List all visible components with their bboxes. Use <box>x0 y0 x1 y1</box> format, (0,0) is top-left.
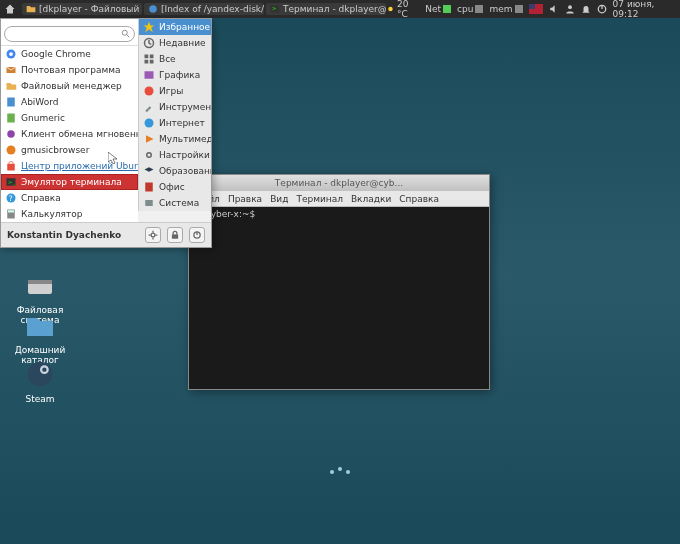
home-icon[interactable] <box>4 3 16 15</box>
lock-button[interactable] <box>167 227 183 243</box>
menu-item-folder[interactable]: Файловый менеджер <box>1 78 138 94</box>
notifications-icon[interactable] <box>581 4 591 14</box>
menu-item-label: Эмулятор терминала <box>21 177 122 187</box>
menu-search-row <box>1 19 138 46</box>
category-item-settings[interactable]: Настройки <box>139 147 211 163</box>
all-icon <box>143 53 155 65</box>
menu-user-label: Konstantin Dyachenko <box>7 230 121 240</box>
gfx-icon <box>143 69 155 81</box>
svg-marker-39 <box>146 135 154 143</box>
net-icon <box>443 5 451 13</box>
svg-point-9 <box>568 5 572 9</box>
menu-item-chat[interactable]: Клиент обмена мгновенными со... <box>1 126 138 142</box>
category-label: Интернет <box>159 118 205 128</box>
terminal-body[interactable]: r@cyber-x:~$ <box>189 207 489 389</box>
category-item-recent[interactable]: Недавние <box>139 35 211 51</box>
task-item[interactable]: [dkplayer - Файловый ме... <box>22 3 142 15</box>
svg-point-23 <box>7 146 16 155</box>
mem-icon <box>515 5 523 13</box>
menu-item-calc[interactable]: Калькулятор <box>1 206 138 222</box>
doc-icon <box>5 96 17 108</box>
category-item-games[interactable]: Игры <box>139 83 211 99</box>
net-icon <box>143 117 155 129</box>
taskbar: [dkplayer - Файловый ме... [Index of /ya… <box>4 3 386 15</box>
category-label: Настройки <box>159 150 210 160</box>
user-icon[interactable] <box>565 4 575 14</box>
menu-categories-column: ИзбранноеНедавниеВсеГрафикаИгрыИнструмен… <box>138 19 211 211</box>
category-item-gfx[interactable]: Графика <box>139 67 211 83</box>
svg-rect-24 <box>7 164 15 171</box>
volume-icon[interactable] <box>549 4 559 14</box>
net-indicator[interactable]: Net <box>425 4 451 14</box>
window-titlebar[interactable]: Терминал - dkplayer@cyb... <box>189 175 489 191</box>
svg-rect-42 <box>145 200 153 206</box>
svg-point-16 <box>42 367 46 371</box>
mail-icon <box>5 64 17 76</box>
category-item-star[interactable]: Избранное <box>139 19 211 35</box>
category-item-edu[interactable]: Образование <box>139 163 211 179</box>
cpu-indicator[interactable]: cpu <box>457 4 483 14</box>
category-item-net[interactable]: Интернет <box>139 115 211 131</box>
lock-icon <box>170 230 180 240</box>
svg-point-14 <box>28 362 53 387</box>
folder-icon <box>5 80 17 92</box>
category-label: Образование <box>159 166 211 176</box>
category-item-office[interactable]: Офис <box>139 179 211 195</box>
svg-rect-33 <box>150 55 154 59</box>
bag-icon <box>5 160 17 172</box>
category-item-all[interactable]: Все <box>139 51 211 67</box>
gear-icon <box>148 230 158 240</box>
menu-view[interactable]: Вид <box>270 194 288 204</box>
power-icon[interactable] <box>597 4 607 14</box>
settings-button[interactable] <box>145 227 161 243</box>
category-label: Все <box>159 54 176 64</box>
category-item-system[interactable]: Система <box>139 195 211 211</box>
menu-item-label: AbiWord <box>21 97 59 107</box>
terminal-window[interactable]: Терминал - dkplayer@cyb... Файл Правка В… <box>188 174 490 390</box>
svg-point-37 <box>145 87 154 96</box>
task-item[interactable]: > Терминал - dkplayer@cyb... <box>266 3 386 15</box>
category-label: Недавние <box>159 38 206 48</box>
search-input[interactable] <box>4 26 135 42</box>
menu-item-chrome[interactable]: Google Chrome <box>1 46 138 62</box>
desktop-icon-steam[interactable]: Steam <box>10 358 70 404</box>
music-icon <box>5 144 17 156</box>
menu-terminal[interactable]: Терминал <box>296 194 343 204</box>
loading-spinner <box>330 470 350 474</box>
menu-help[interactable]: Справка <box>399 194 439 204</box>
mem-indicator[interactable]: mem <box>489 4 522 14</box>
clock[interactable]: 07 июня, 09:12 <box>613 0 676 19</box>
svg-point-18 <box>9 52 13 56</box>
logout-button[interactable] <box>189 227 205 243</box>
menu-item-label: Почтовая программа <box>21 65 121 75</box>
menu-item-label: Центр приложений Ubuntu <box>21 161 138 171</box>
category-label: Офис <box>159 182 185 192</box>
svg-rect-20 <box>7 98 15 107</box>
menu-item-terminal[interactable]: >_Эмулятор терминала <box>1 174 138 190</box>
svg-rect-44 <box>172 234 178 238</box>
category-item-media[interactable]: Мультимедиа <box>139 131 211 147</box>
svg-text:>: > <box>272 5 276 11</box>
menu-item-doc[interactable]: AbiWord <box>1 94 138 110</box>
menu-tabs[interactable]: Вкладки <box>351 194 391 204</box>
menu-item-label: Gnumeric <box>21 113 65 123</box>
weather-indicator[interactable]: 20 °C <box>386 0 419 19</box>
menu-item-mail[interactable]: Почтовая программа <box>1 62 138 78</box>
edu-icon <box>143 165 155 177</box>
games-icon <box>143 85 155 97</box>
menu-item-help[interactable]: ?Справка <box>1 190 138 206</box>
terminal-icon: > <box>270 4 280 14</box>
menu-edit[interactable]: Правка <box>228 194 262 204</box>
menu-item-label: Google Chrome <box>21 49 91 59</box>
task-item[interactable]: [Index of /yandex-disk/ - G... <box>144 3 264 15</box>
folder-icon <box>26 4 36 14</box>
menu-item-sheet[interactable]: Gnumeric <box>1 110 138 126</box>
svg-rect-8 <box>529 4 535 9</box>
svg-rect-6 <box>515 5 523 13</box>
category-item-tools[interactable]: Инструменты <box>139 99 211 115</box>
category-label: Графика <box>159 70 200 80</box>
top-panel: [dkplayer - Файловый ме... [Index of /ya… <box>0 0 680 18</box>
keyboard-layout[interactable] <box>529 4 543 14</box>
cpu-icon <box>475 5 483 13</box>
chrome-icon <box>5 48 17 60</box>
